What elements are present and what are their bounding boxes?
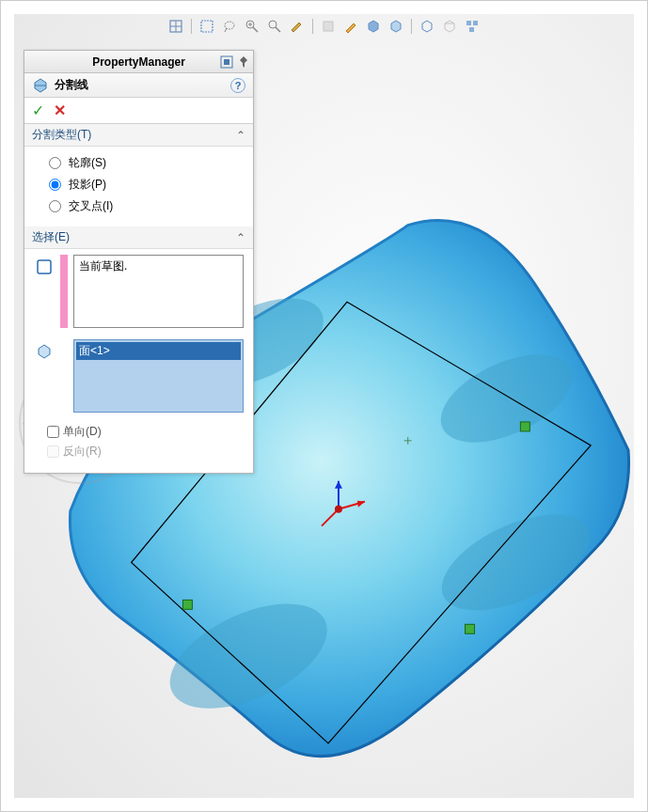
shaded-icon[interactable] — [387, 17, 405, 36]
keep-visible-icon[interactable] — [219, 55, 234, 70]
svg-rect-28 — [466, 21, 471, 25]
face-listbox[interactable]: 面<1> — [73, 339, 244, 413]
radio-label: 投影(P) — [69, 177, 106, 193]
section-view-icon[interactable] — [319, 17, 338, 36]
radio-projection[interactable]: 投影(P) — [41, 174, 244, 195]
cancel-button[interactable]: ✕ — [54, 102, 66, 119]
split-line-icon — [32, 77, 49, 94]
sketch-active-bar — [60, 255, 68, 328]
zoom-fit-icon[interactable] — [265, 17, 284, 36]
radio-intersection-input[interactable] — [49, 200, 61, 212]
section-split-type-body: 轮廓(S) 投影(P) 交叉点(I) — [24, 147, 253, 226]
svg-rect-18 — [201, 21, 213, 32]
app-frame: 研 习 社 PropertyManager — [0, 0, 648, 812]
content-area: 研 习 社 PropertyManager — [14, 14, 634, 798]
section-title: 选择(E) — [32, 229, 70, 245]
face-icon — [34, 341, 55, 362]
check-reverse-input — [47, 445, 59, 458]
radio-label: 交叉点(I) — [69, 198, 113, 214]
assembly-icon[interactable] — [463, 17, 482, 36]
svg-rect-5 — [466, 624, 475, 633]
feature-name: 分割线 — [55, 77, 88, 93]
check-single-direction[interactable]: 单向(D) — [24, 422, 253, 442]
check-label: 反向(R) — [63, 444, 102, 460]
svg-rect-4 — [182, 600, 192, 609]
panel-header: PropertyManager — [24, 51, 253, 73]
pushpin-icon[interactable] — [236, 55, 251, 70]
hide-show-icon[interactable] — [418, 17, 436, 36]
radio-label: 轮廓(S) — [69, 155, 106, 171]
check-label: 单向(D) — [63, 424, 102, 440]
svg-rect-30 — [469, 27, 474, 32]
svg-point-24 — [269, 21, 277, 28]
radio-intersection[interactable]: 交叉点(I) — [41, 195, 244, 217]
display-style-icon[interactable] — [364, 17, 383, 36]
wireframe-icon[interactable] — [440, 17, 459, 36]
section-selection[interactable]: 选择(E) ⌃ — [24, 226, 253, 249]
check-reverse[interactable]: 反向(R) — [24, 442, 253, 461]
face-selection-block: 面<1> — [24, 334, 253, 418]
sketch-icon — [34, 257, 55, 277]
sketch-listbox[interactable]: 当前草图. — [73, 255, 244, 328]
feature-row: 分割线 ? — [24, 73, 253, 98]
sketch-selection-block: 当前草图. — [24, 249, 253, 334]
svg-point-12 — [335, 506, 342, 513]
zoom-icon[interactable] — [243, 17, 261, 36]
reference-geom-icon[interactable] — [166, 17, 185, 36]
svg-point-19 — [225, 22, 234, 29]
section-split-type[interactable]: 分割类型(T) ⌃ — [24, 124, 253, 147]
toolbar-separator — [312, 19, 313, 34]
check-single-direction-input[interactable] — [47, 426, 59, 438]
toolbar-separator — [411, 19, 412, 34]
svg-rect-34 — [38, 260, 51, 273]
svg-rect-32 — [224, 59, 229, 65]
radio-silhouette[interactable]: 轮廓(S) — [41, 152, 244, 174]
chevron-up-icon: ⌃ — [236, 129, 245, 142]
svg-rect-6 — [520, 422, 529, 431]
toolbar-separator — [191, 19, 192, 34]
svg-line-25 — [276, 27, 280, 32]
property-manager-panel: PropertyManager 分割线 ? ✓ ✕ 分割类型(T) ⌃ — [24, 50, 254, 474]
select-box-icon[interactable] — [198, 17, 216, 36]
radio-silhouette-input[interactable] — [49, 157, 61, 169]
help-button[interactable]: ? — [230, 78, 245, 93]
panel-title: PropertyManager — [92, 55, 185, 69]
ok-button[interactable]: ✓ — [32, 102, 44, 119]
edit-sketch-icon[interactable] — [341, 17, 360, 36]
svg-rect-26 — [324, 22, 333, 31]
svg-line-21 — [253, 27, 258, 32]
radio-projection-input[interactable] — [49, 179, 61, 191]
svg-rect-29 — [473, 21, 478, 25]
appearance-icon[interactable] — [288, 17, 307, 36]
section-title: 分割类型(T) — [32, 127, 91, 143]
select-lasso-icon[interactable] — [220, 17, 239, 36]
ok-cancel-row: ✓ ✕ — [24, 98, 253, 124]
heads-up-toolbar — [14, 14, 634, 39]
chevron-up-icon: ⌃ — [236, 231, 245, 244]
list-item[interactable]: 当前草图. — [76, 258, 241, 275]
list-item[interactable]: 面<1> — [76, 342, 241, 360]
